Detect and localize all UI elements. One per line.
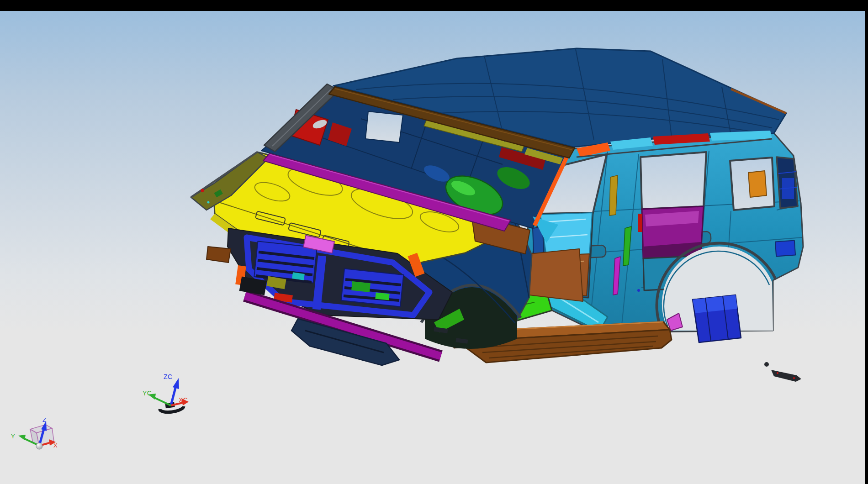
datum-z-label: Z xyxy=(42,416,46,423)
right-edge-bar xyxy=(865,0,868,484)
green-part-a[interactable] xyxy=(351,281,370,292)
loose-part-red-a xyxy=(777,372,778,374)
loose-part-dot[interactable] xyxy=(764,362,769,367)
wcs-z-label: ZC xyxy=(164,373,173,380)
loose-parts[interactable] xyxy=(764,362,801,382)
wcs-y-axis[interactable] xyxy=(154,398,171,405)
datum-y-label: Y xyxy=(11,433,15,440)
see-through-gap xyxy=(365,111,403,142)
title-bar xyxy=(0,0,868,11)
wcs-x-label: XC xyxy=(179,396,188,404)
blade-red-dot xyxy=(201,189,204,192)
rear-quarter-blue-part[interactable] xyxy=(775,241,795,257)
wcs-y-label: YC xyxy=(143,389,152,397)
blade-cyan-dot xyxy=(207,201,210,204)
datum-y-arrowhead xyxy=(18,435,26,440)
loose-part-red-b xyxy=(793,377,795,379)
model-canvas: ZC YC XC Z Y X xyxy=(0,11,865,484)
datum-csys[interactable]: Z Y X xyxy=(11,416,58,449)
wcs-z-arrowhead xyxy=(173,378,179,389)
car-model[interactable] xyxy=(191,48,803,382)
rear-door-window-opening[interactable] xyxy=(640,152,706,209)
datum-x-label: X xyxy=(53,442,58,449)
brown-bracket-left[interactable] xyxy=(206,247,231,263)
graphics-viewport[interactable]: ZC YC XC Z Y X xyxy=(0,11,865,484)
window-openings[interactable] xyxy=(539,152,798,214)
quarter-window-bracket[interactable] xyxy=(748,171,767,197)
wcs-triad[interactable]: ZC YC XC xyxy=(143,373,189,412)
loose-part-bracket[interactable] xyxy=(771,370,801,382)
pillar-red-part[interactable] xyxy=(638,214,642,232)
datum-origin-ball[interactable] xyxy=(36,443,42,449)
cad-application-window: ZC YC XC Z Y X xyxy=(0,0,868,484)
